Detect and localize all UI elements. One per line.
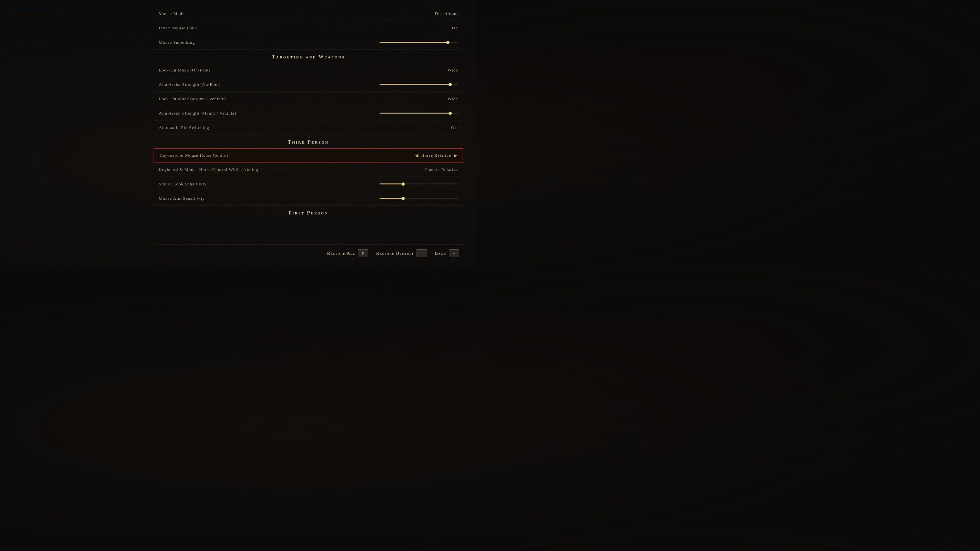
slider-track-aim-assist-mount <box>380 113 458 114</box>
slider-thumb-aim-assist-mount[interactable] <box>449 112 452 115</box>
setting-value-lock-on-mount: Wide <box>447 96 458 102</box>
setting-row-lock-on-mount[interactable]: Lock-On Mode (Mount / Vehicle)Wide <box>154 92 463 106</box>
setting-row-keyboard-horse-control[interactable]: Keyboard & Mouse Horse Control◀Horse Rel… <box>154 148 463 162</box>
title-divider <box>10 15 121 15</box>
bottom-action-key-restore-default: — <box>417 249 427 257</box>
setting-row-mouse-look-sensitivity: Mouse Look Sensitivity <box>154 177 463 191</box>
section-header-first-person-header: First Person <box>154 206 463 219</box>
setting-value-keyboard-horse-aiming: Camera Relative <box>425 167 458 172</box>
arrow-selector-keyboard-horse-control: ◀Horse Relative▶ <box>415 153 457 158</box>
slider-thumb-mouse-aim-sensitivity[interactable] <box>401 197 405 200</box>
setting-row-lock-on-foot[interactable]: Lock-On Mode (On-Foot)Wide <box>154 63 463 77</box>
setting-row-auto-pin[interactable]: Automatic Pin SwitchingOff <box>154 121 463 135</box>
setting-row-keyboard-horse-aiming[interactable]: Keyboard & Mouse Horse Control Whilst Ai… <box>154 162 463 177</box>
section-header-third-person-header: Third Person <box>154 135 463 148</box>
setting-label-keyboard-horse-aiming: Keyboard & Mouse Horse Control Whilst Ai… <box>159 167 258 172</box>
setting-label-mouse-smoothing: Mouse Smoothing <box>159 40 195 45</box>
setting-row-mouse-smoothing: Mouse Smoothing <box>154 35 463 49</box>
slider-fill-aim-assist-mount <box>380 113 449 114</box>
setting-label-mouse-aim-sensitivity: Mouse Aim Sensitivity <box>159 196 205 201</box>
arrow-right-keyboard-horse-control[interactable]: ▶ <box>454 153 457 158</box>
bottom-action-back[interactable]: Back← <box>435 249 459 257</box>
setting-label-lock-on-mount: Lock-On Mode (Mount / Vehicle) <box>159 96 226 102</box>
setting-label-keyboard-horse-control: Keyboard & Mouse Horse Control <box>159 153 228 158</box>
bottom-action-label-restore-default: Restore Default <box>376 251 414 256</box>
setting-label-auto-pin: Automatic Pin Switching <box>159 125 209 130</box>
slider-aim-assist-mount[interactable] <box>380 113 458 114</box>
slider-thumb-aim-assist-foot[interactable] <box>449 83 452 86</box>
setting-value-auto-pin: Off <box>451 125 458 130</box>
bottom-action-restore-all[interactable]: Restore All⇧ <box>327 249 368 257</box>
setting-row-mouse-mode[interactable]: Mouse ModeDirectInput <box>154 6 463 21</box>
slider-fill-mouse-smoothing <box>380 42 446 43</box>
slider-fill-mouse-look-sensitivity <box>380 183 401 184</box>
slider-fill-aim-assist-foot <box>380 84 449 85</box>
setting-label-invert-mouse-look: Invert Mouse Look <box>159 25 197 31</box>
setting-label-aim-assist-foot: Aim Assist Strength (On-Foot) <box>159 82 221 87</box>
slider-mouse-aim-sensitivity[interactable] <box>380 198 458 199</box>
slider-track-mouse-aim-sensitivity <box>380 198 458 199</box>
setting-value-lock-on-foot: Wide <box>447 68 458 73</box>
bottom-action-key-restore-all: ⇧ <box>358 249 368 257</box>
slider-thumb-mouse-look-sensitivity[interactable] <box>401 183 405 186</box>
slider-fill-mouse-aim-sensitivity <box>380 198 401 199</box>
slider-track-mouse-look-sensitivity <box>380 183 458 184</box>
bottom-action-label-restore-all: Restore All <box>327 251 355 256</box>
left-panel <box>10 6 154 260</box>
bottom-action-restore-default[interactable]: Restore Default— <box>376 249 427 257</box>
setting-label-aim-assist-mount: Aim Assist Strength (Mount / Vehicle) <box>159 111 236 116</box>
setting-row-mouse-aim-sensitivity: Mouse Aim Sensitivity <box>154 191 463 206</box>
arrow-value-keyboard-horse-control: Horse Relative <box>421 153 451 158</box>
setting-label-lock-on-foot: Lock-On Mode (On-Foot) <box>159 68 210 73</box>
slider-track-mouse-smoothing <box>380 42 458 43</box>
arrow-left-keyboard-horse-control[interactable]: ◀ <box>415 153 418 158</box>
slider-thumb-mouse-smoothing[interactable] <box>446 41 450 44</box>
slider-mouse-look-sensitivity[interactable] <box>380 183 458 184</box>
bottom-action-label-back: Back <box>435 251 446 256</box>
slider-track-aim-assist-foot <box>380 84 458 85</box>
setting-label-mouse-mode: Mouse Mode <box>159 11 185 16</box>
bottom-action-key-back: ← <box>449 249 459 257</box>
settings-list: Mouse ModeDirectInputInvert Mouse LookOn… <box>154 6 466 219</box>
settings-container: Mouse ModeDirectInputInvert Mouse LookOn… <box>154 6 466 242</box>
setting-label-mouse-look-sensitivity: Mouse Look Sensitivity <box>159 181 207 187</box>
bottom-bar: Restore All⇧Restore Default—Back← <box>154 245 466 260</box>
section-header-targeting-header: Targeting and Weapons <box>154 49 463 63</box>
setting-value-mouse-mode: DirectInput <box>435 11 458 16</box>
setting-row-aim-assist-mount: Aim Assist Strength (Mount / Vehicle) <box>154 106 463 121</box>
setting-row-invert-mouse-look[interactable]: Invert Mouse LookOn <box>154 21 463 35</box>
setting-row-aim-assist-foot: Aim Assist Strength (On-Foot) <box>154 77 463 92</box>
slider-aim-assist-foot[interactable] <box>380 84 458 85</box>
setting-value-invert-mouse-look: On <box>452 25 458 31</box>
slider-mouse-smoothing[interactable] <box>380 42 458 43</box>
right-panel: Mouse ModeDirectInputInvert Mouse LookOn… <box>154 6 466 260</box>
